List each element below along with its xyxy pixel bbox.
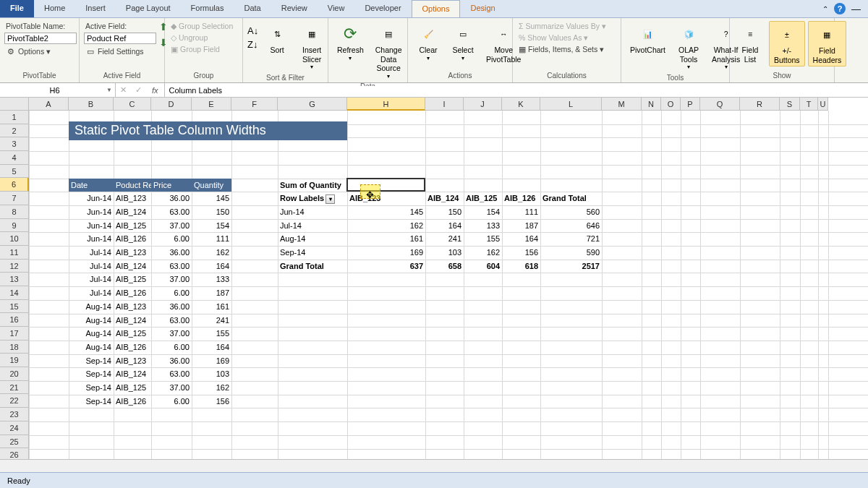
- cell-D12[interactable]: 63.00: [151, 260, 192, 273]
- cell-C13[interactable]: AIB_125: [114, 273, 151, 286]
- cell-D7[interactable]: 36.00: [151, 192, 192, 205]
- cell-B16[interactable]: Aug-14: [69, 314, 114, 328]
- cell-D11[interactable]: 36.00: [151, 246, 192, 260]
- cell-I12[interactable]: 658: [425, 260, 464, 273]
- col-header-F[interactable]: F: [231, 98, 278, 111]
- tab-file[interactable]: File: [0, 0, 34, 17]
- cell-B20[interactable]: Sep-14: [69, 367, 114, 381]
- name-box-input[interactable]: [3, 86, 106, 95]
- field-list-button[interactable]: ≡Field List: [734, 21, 766, 65]
- cell-J9[interactable]: 133: [464, 219, 502, 233]
- cell-D17[interactable]: 37.00: [151, 327, 192, 341]
- fields-items-sets-button[interactable]: ▦Fields, Items, & Sets ▾: [517, 44, 605, 54]
- cell-E12[interactable]: 164: [192, 260, 231, 273]
- tab-design[interactable]: Design: [460, 0, 505, 17]
- row-header-18[interactable]: 18: [0, 341, 29, 354]
- cell-C12[interactable]: AIB_124: [114, 260, 151, 273]
- col-header-O[interactable]: O: [661, 98, 681, 111]
- cell-C20[interactable]: AIB_124: [114, 367, 151, 381]
- cell-D19[interactable]: 36.00: [151, 354, 192, 368]
- minimize-icon[interactable]: —: [851, 4, 861, 14]
- cell-C16[interactable]: AIB_124: [114, 314, 151, 328]
- cell-I11[interactable]: 103: [425, 246, 464, 260]
- col-header-D[interactable]: D: [151, 98, 192, 111]
- cell-C22[interactable]: AIB_126: [114, 395, 151, 408]
- cell-D18[interactable]: 6.00: [151, 341, 192, 354]
- cell-D20[interactable]: 63.00: [151, 367, 192, 381]
- cell-E20[interactable]: 103: [192, 367, 231, 381]
- cell-D21[interactable]: 37.00: [151, 381, 192, 395]
- tab-view[interactable]: View: [318, 0, 355, 17]
- cell-B12[interactable]: Jul-14: [69, 260, 114, 273]
- tab-formulas[interactable]: Formulas: [181, 0, 234, 17]
- row-header-7[interactable]: 7: [0, 192, 29, 205]
- cell-L12[interactable]: 2517: [540, 260, 602, 273]
- cell-E14[interactable]: 187: [192, 286, 231, 300]
- active-field-input[interactable]: [84, 33, 156, 44]
- row-header-10[interactable]: 10: [0, 232, 29, 246]
- row-header-14[interactable]: 14: [0, 286, 29, 300]
- cell-G12[interactable]: Grand Total: [278, 260, 347, 273]
- name-box[interactable]: ▼: [0, 83, 116, 97]
- insert-slicer-button[interactable]: ▦Insert Slicer▾: [296, 21, 328, 72]
- col-header-E[interactable]: E: [192, 98, 231, 111]
- cell-E18[interactable]: 164: [192, 341, 231, 354]
- cell-G8[interactable]: Jun-14: [278, 205, 347, 219]
- tab-home[interactable]: Home: [34, 0, 75, 17]
- cell-B17[interactable]: Aug-14: [69, 327, 114, 341]
- minimize-ribbon-icon[interactable]: ⌃: [822, 5, 828, 13]
- col-header-N[interactable]: N: [642, 98, 661, 111]
- tab-page-layout[interactable]: Page Layout: [116, 0, 181, 17]
- cell-H11[interactable]: 169: [347, 246, 425, 260]
- cell-D6[interactable]: Price: [151, 179, 192, 192]
- field-headers-button[interactable]: ▦Field Headers: [808, 21, 847, 67]
- cell-K8[interactable]: 111: [502, 205, 540, 219]
- cell-B19[interactable]: Sep-14: [69, 354, 114, 368]
- cell-E16[interactable]: 241: [192, 314, 231, 328]
- cell-C7[interactable]: AIB_123: [114, 192, 151, 205]
- cell-G7[interactable]: Row Labels▾: [278, 192, 347, 205]
- cell-B15[interactable]: Aug-14: [69, 300, 114, 314]
- col-header-Q[interactable]: Q: [700, 98, 740, 111]
- row-header-20[interactable]: 20: [0, 367, 29, 381]
- cell-E13[interactable]: 133: [192, 273, 231, 286]
- cell-I9[interactable]: 164: [425, 219, 464, 233]
- row-header-5[interactable]: 5: [0, 165, 29, 179]
- cell-J12[interactable]: 604: [464, 260, 502, 273]
- cell-B9[interactable]: Jun-14: [69, 219, 114, 233]
- cell-D16[interactable]: 63.00: [151, 314, 192, 328]
- cell-E19[interactable]: 169: [192, 354, 231, 368]
- cell-C19[interactable]: AIB_123: [114, 354, 151, 368]
- col-header-U[interactable]: U: [818, 98, 828, 111]
- col-header-R[interactable]: R: [740, 98, 780, 111]
- cell-L7[interactable]: Grand Total: [540, 192, 602, 205]
- title-cell[interactable]: Static Pivot Table Column Widths: [69, 121, 347, 140]
- cell-C6[interactable]: Poduct Ref: [114, 179, 151, 192]
- cell-H10[interactable]: 161: [347, 232, 425, 246]
- cell-C8[interactable]: AIB_124: [114, 205, 151, 219]
- cell-D14[interactable]: 6.00: [151, 286, 192, 300]
- cell-E22[interactable]: 156: [192, 395, 231, 408]
- cell-C15[interactable]: AIB_123: [114, 300, 151, 314]
- row-header-16[interactable]: 16: [0, 313, 29, 327]
- col-header-L[interactable]: L: [540, 98, 602, 111]
- cell-E6[interactable]: Quantity: [192, 179, 231, 192]
- cell-I7[interactable]: AIB_124: [425, 192, 464, 205]
- col-header-T[interactable]: T: [800, 98, 818, 111]
- plus-minus-buttons-button[interactable]: ±+/- Buttons: [769, 21, 805, 67]
- cell-H8[interactable]: 145: [347, 205, 425, 219]
- cell-C9[interactable]: AIB_125: [114, 219, 151, 233]
- cell-K9[interactable]: 187: [502, 219, 540, 233]
- cell-C18[interactable]: AIB_126: [114, 341, 151, 354]
- cell-J11[interactable]: 162: [464, 246, 502, 260]
- cell-B18[interactable]: Aug-14: [69, 341, 114, 354]
- row-header-12[interactable]: 12: [0, 260, 29, 273]
- fx-icon[interactable]: fx: [146, 83, 165, 97]
- cell-E17[interactable]: 155: [192, 327, 231, 341]
- cell-L10[interactable]: 721: [540, 232, 602, 246]
- row-header-24[interactable]: 24: [0, 421, 29, 435]
- cell-E10[interactable]: 111: [192, 232, 231, 246]
- col-header-G[interactable]: G: [278, 98, 347, 111]
- cell-C10[interactable]: AIB_126: [114, 232, 151, 246]
- cell-J7[interactable]: AIB_125: [464, 192, 502, 205]
